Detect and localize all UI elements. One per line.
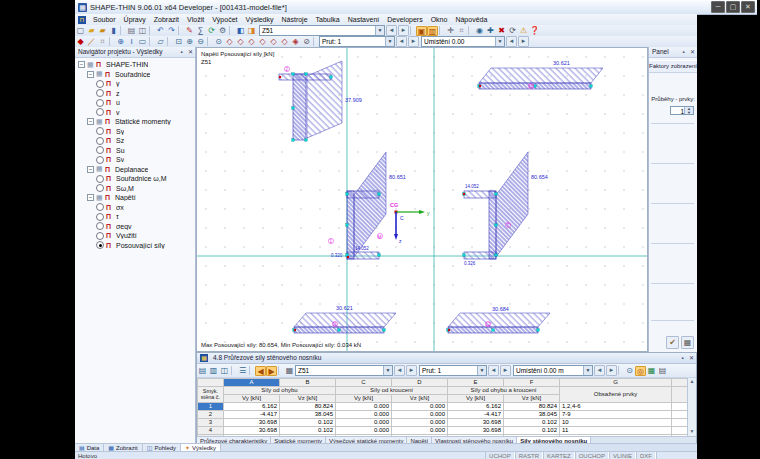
table-case-prev-button[interactable]: ◄ [394,365,405,376]
row-number[interactable]: 1 [198,403,224,411]
save-icon[interactable]: ▮ [108,26,119,36]
table-member-next-button[interactable]: ► [500,365,511,376]
cell[interactable]: 0.102 [280,435,336,437]
menu-item-okno[interactable]: Okno [427,16,452,23]
cell[interactable]: 7-9 [560,411,672,419]
undo-icon[interactable]: ↶ [155,26,166,36]
rect-section-icon[interactable]: ▭ [137,37,148,47]
cell[interactable]: 80.824 [280,403,336,411]
filter-icon[interactable]: ⊙ [624,366,635,376]
view-bottom-icon[interactable]: ◇ [279,37,290,47]
cell[interactable]: 38.045 [280,411,336,419]
close-button[interactable]: ✕ [741,1,755,13]
display-factors-header[interactable]: Faktory zobrazení [649,60,697,73]
column-letter-a[interactable]: A [224,379,280,387]
tree-item-s-m[interactable]: ΠSω,M [75,184,195,194]
visibility-icon[interactable]: ◉ [474,26,485,36]
cell[interactable]: 10 [560,419,672,427]
tree-expander-icon[interactable]: − [87,71,94,78]
cell[interactable]: 0.000 [392,419,448,427]
resize-grip[interactable] [656,452,697,459]
beam-section-icon[interactable]: I [126,37,137,47]
pin-icon[interactable]: ▪ [177,47,186,57]
cell[interactable]: 6.162 [448,403,504,411]
table-row[interactable]: 16.16280.8240.0000.0006.16280.8241,2,4-6 [198,403,689,411]
tree-radio[interactable] [96,184,104,192]
tree-item-item[interactable]: Πτ [75,212,195,222]
cell[interactable]: 0.000 [392,427,448,435]
menu-item-vlo-it[interactable]: Vložit [183,16,208,23]
tree-expander-icon[interactable]: − [87,194,94,201]
column-letter-d[interactable]: D [392,379,448,387]
table-location-combo[interactable]: Umístění 0.00 m▼ [513,365,593,376]
rotate-view-icon[interactable]: ⟳ [507,26,518,36]
snap-node-icon[interactable]: ◆ [75,37,86,47]
tree-radio[interactable] [96,99,104,107]
cell[interactable]: 38.045 [504,411,560,419]
tree-item-su[interactable]: ΠSu [75,146,195,156]
combo-dropdown-icon[interactable]: ▼ [583,366,592,375]
spinner-arrows-icon[interactable]: ▲▼ [684,107,693,114]
status-toggle-uchop[interactable]: UCHOP [485,452,515,459]
refresh-icon[interactable]: ⟳ [206,26,217,36]
combo-dropdown-icon[interactable]: ▼ [385,37,394,46]
result-back-icon[interactable]: ◀ [255,366,266,376]
table-print-icon[interactable]: ▦ [284,366,295,376]
tree-radio[interactable] [96,175,104,183]
diagram-scale-spinner[interactable]: 1 ▲▼ [670,106,694,115]
cell[interactable]: 30.698 [224,427,280,435]
maximize-button[interactable]: ▢ [726,1,740,13]
load-case-combo[interactable]: Z51▼ [259,25,385,36]
combo-dropdown-icon[interactable]: ▼ [383,366,392,375]
tree-radio[interactable] [96,241,104,249]
menu-item-n-pov-da[interactable]: Nápověda [451,16,491,23]
view-iso-icon[interactable]: ◈ [290,37,301,47]
poly-section-icon[interactable]: ▱ [155,37,166,47]
close-icon[interactable]: ✕ [186,47,195,57]
cell[interactable]: 12 [560,435,672,437]
status-toggle-dxf[interactable]: DXF [636,452,656,459]
tree-radio[interactable] [96,127,104,135]
cell[interactable]: 30.698 [448,435,504,437]
open-file-icon[interactable]: ▰ [86,26,97,36]
cell[interactable]: 0.000 [336,403,392,411]
row-number[interactable]: 4 [198,427,224,435]
combo-dropdown-icon[interactable]: ▼ [477,366,486,375]
print-table-icon[interactable]: ▤ [657,366,668,376]
panel-table-button[interactable]: ▦ [681,336,694,349]
row-number[interactable]: 2 [198,411,224,419]
zoom-all-icon[interactable]: ⊙ [213,37,224,47]
move-tool-icon[interactable]: ✛ [445,26,456,36]
cell[interactable]: -4.417 [224,411,280,419]
location-next-button[interactable]: ► [518,36,529,47]
show-results-icon[interactable]: ▣ [416,26,427,36]
status-toggle-ouchop[interactable]: OUCHOP [575,452,609,459]
show-values-icon[interactable]: ▥ [427,26,438,36]
edit-pen-icon[interactable]: ✎ [184,26,195,36]
tree-item-vyu-it[interactable]: ΠVyužití [75,231,195,241]
tree-radio[interactable] [96,137,104,145]
status-toggle-kartez[interactable]: KARTEZ [543,452,575,459]
calculate-icon[interactable]: ∑ [195,26,206,36]
menu-item-tabulka[interactable]: Tabulka [312,16,344,23]
tree-radio[interactable] [96,222,104,230]
cell[interactable]: -4.417 [448,411,504,419]
zoom-out-icon[interactable]: ⊖ [195,37,206,47]
tree-item-eqv[interactable]: Πσeqv [75,222,195,232]
tree-radio[interactable] [96,89,104,97]
table-row[interactable]: 330.6980.1020.0000.00030.6980.10210 [198,419,689,427]
table-rows-icon[interactable]: ☰ [237,366,248,376]
minimize-button[interactable]: ─ [711,1,725,13]
column-letter-c[interactable]: C [336,379,392,387]
settings-icon[interactable]: ⚙ [217,26,228,36]
excel-export-icon[interactable]: ▦ [646,366,657,376]
snap-grid-icon[interactable]: ⌗ [97,37,108,47]
cell[interactable]: 0.102 [504,427,560,435]
combo-dropdown-icon[interactable]: ▼ [375,26,384,35]
graphics-canvas[interactable]: 37.909 2 30.621 10 [196,47,648,352]
location-prev-button[interactable]: ◄ [506,36,517,47]
menu-item-n-stroje[interactable]: Nástroje [278,16,312,23]
table-row[interactable]: 430.6980.1020.0000.00030.6980.10211 [198,427,689,435]
row-number[interactable]: 3 [198,419,224,427]
tree-expander-icon[interactable]: − [78,61,85,68]
